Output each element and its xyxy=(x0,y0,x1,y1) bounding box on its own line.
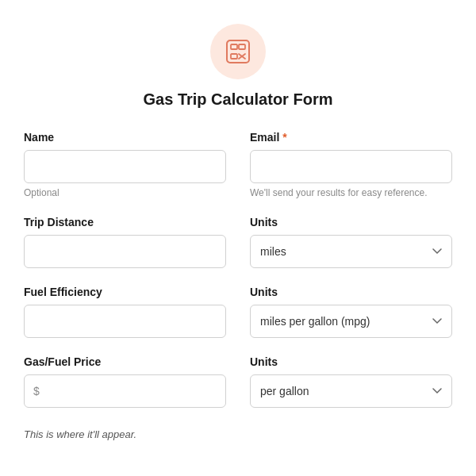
trip-units-label: Units xyxy=(250,216,452,228)
trip-distance-field-group: Trip Distance xyxy=(24,216,226,268)
gas-price-field-group: Gas/Fuel Price $ xyxy=(24,355,226,408)
gas-price-input-wrapper: $ xyxy=(24,374,226,408)
fuel-units-label: Units xyxy=(250,286,452,298)
bottom-text: This is where it'll appear. xyxy=(24,428,452,440)
form-title: Gas Trip Calculator Form xyxy=(144,90,333,109)
gas-price-input[interactable] xyxy=(24,374,226,408)
email-field-group: Email * We'll send your results for easy… xyxy=(250,131,452,198)
trip-distance-label: Trip Distance xyxy=(24,216,226,228)
fuel-units-field-group: Units miles per gallon (mpg) liters per … xyxy=(250,286,452,338)
trip-distance-input[interactable] xyxy=(24,235,226,268)
email-input[interactable] xyxy=(250,150,452,183)
name-hint: Optional xyxy=(24,187,226,198)
email-label: Email * xyxy=(250,131,452,144)
form-header: Gas Trip Calculator Form xyxy=(24,24,452,109)
svg-rect-1 xyxy=(231,44,237,49)
form-grid: Name Optional Email * We'll send your re… xyxy=(24,131,452,425)
gas-units-label: Units xyxy=(250,355,452,368)
gas-units-field-group: Units per gallon per liter xyxy=(250,355,452,408)
trip-units-select[interactable]: miles kilometers xyxy=(250,235,452,268)
page-container: Gas Trip Calculator Form Name Optional E… xyxy=(0,0,476,456)
name-field-group: Name Optional xyxy=(24,131,226,198)
required-star: * xyxy=(282,131,286,144)
name-label: Name xyxy=(24,131,226,144)
calculator-icon-circle xyxy=(210,24,266,79)
name-input[interactable] xyxy=(24,150,226,183)
calculator-icon xyxy=(224,37,252,66)
svg-rect-2 xyxy=(239,44,245,49)
svg-rect-0 xyxy=(227,40,249,63)
fuel-efficiency-input[interactable] xyxy=(24,305,226,338)
fuel-efficiency-field-group: Fuel Efficiency xyxy=(24,286,226,338)
svg-rect-3 xyxy=(231,54,237,59)
fuel-units-select[interactable]: miles per gallon (mpg) liters per 100km xyxy=(250,305,452,338)
fuel-efficiency-label: Fuel Efficiency xyxy=(24,286,226,298)
trip-units-field-group: Units miles kilometers xyxy=(250,216,452,268)
email-hint: We'll send your results for easy referen… xyxy=(250,187,452,198)
gas-units-select[interactable]: per gallon per liter xyxy=(250,374,452,408)
gas-price-label: Gas/Fuel Price xyxy=(24,355,226,368)
